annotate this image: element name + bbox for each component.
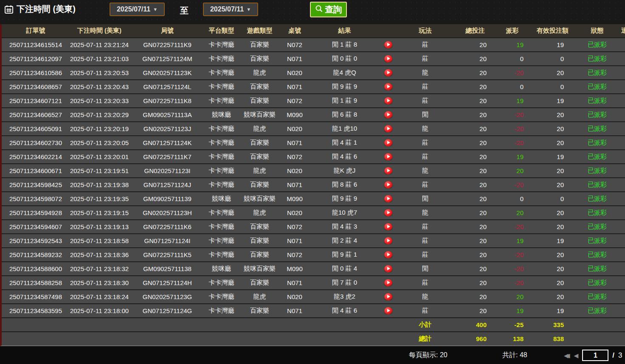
table-row: 2507112346086572025-07-11 23:20:43GN0712… [2, 79, 625, 93]
play-video-button[interactable] [382, 181, 394, 188]
column-header-result: 結果 [307, 27, 382, 35]
date-from-select[interactable]: 2025/07/11 ▼ [110, 3, 165, 16]
play-video-button[interactable] [382, 279, 394, 286]
cell-platform: 競咪廳 [206, 265, 237, 273]
cell-play: 莊 [394, 279, 456, 287]
cell-round: GM0902571113A [129, 111, 206, 118]
cell-platform: 卡卡灣廳 [206, 307, 237, 315]
page-number-input[interactable] [582, 350, 608, 361]
play-video-button[interactable] [382, 167, 394, 174]
play-video-button[interactable] [382, 55, 394, 62]
play-video-button[interactable] [382, 293, 394, 300]
play-video-button[interactable] [382, 97, 394, 104]
cell-table_no: N071 [282, 83, 307, 90]
play-video-button[interactable] [382, 223, 394, 230]
cell-payout: -20 [494, 223, 530, 230]
cell-result: 龍K 虎J [307, 167, 382, 175]
cell-round: GN072257111K8 [129, 97, 206, 104]
cell-time: 2025-07-11 23:19:51 [70, 167, 129, 174]
cell-round: GN0712571124M [129, 55, 206, 62]
cell-round: GN0202571123K [129, 69, 206, 76]
cell-table_no: M090 [282, 195, 307, 202]
table-row: 2507112345949282025-07-11 23:19:15GN0202… [2, 205, 625, 219]
cell-game: 百家樂 [237, 55, 282, 63]
play-video-button[interactable] [382, 125, 394, 132]
cell-play: 閒 [394, 111, 456, 119]
cell-platform: 卡卡灣廳 [206, 153, 237, 161]
cell-order: 250711234588258 [2, 279, 70, 286]
cell-time: 2025-07-11 23:20:19 [70, 125, 129, 132]
cell-order: 250711234605091 [2, 125, 70, 132]
play-icon [384, 69, 392, 76]
cell-bet: 20 [456, 125, 494, 132]
play-video-button[interactable] [382, 237, 394, 244]
date-to-select[interactable]: 2025/07/11 ▼ [203, 3, 258, 16]
cell-round: GN0202571123G [129, 293, 206, 300]
cell-round: GN0712571124H [129, 279, 206, 286]
status-badge: 已派彩 [575, 195, 619, 203]
search-button[interactable]: 查詢 [310, 2, 347, 17]
cell-time: 2025-07-11 23:21:03 [70, 55, 129, 62]
search-button-label: 查詢 [325, 4, 342, 15]
play-video-button[interactable] [382, 195, 394, 202]
cell-time: 2025-07-11 23:21:24 [70, 41, 129, 48]
cell-table_no: N071 [282, 237, 307, 244]
play-video-button[interactable] [382, 69, 394, 76]
cell-bet: 20 [456, 279, 494, 286]
cell-table_no: M090 [282, 111, 307, 118]
cell-time: 2025-07-11 23:19:38 [70, 181, 129, 188]
cell-bet: 20 [456, 307, 494, 314]
cell-table_no: N020 [282, 69, 307, 76]
cell-round: GN0712571124L [129, 83, 206, 90]
status-badge: 已派彩 [575, 251, 619, 259]
play-video-button[interactable] [382, 111, 394, 118]
cell-valid: 20 [530, 69, 575, 76]
cell-order: 250711234610586 [2, 69, 70, 76]
play-icon [384, 167, 392, 174]
cell-payout: 20 [494, 293, 530, 300]
cell-game: 龍虎 [237, 293, 282, 301]
cell-bet: 20 [456, 167, 494, 174]
play-video-button[interactable] [382, 41, 394, 48]
prev-page-icon[interactable]: ◀ [574, 352, 579, 359]
cell-payout: -20 [494, 139, 530, 146]
cell-game: 百家樂 [237, 97, 282, 105]
cell-play: 莊 [394, 139, 456, 147]
cell-valid: 20 [530, 167, 575, 174]
play-video-button[interactable] [382, 139, 394, 146]
cell-platform: 卡卡灣廳 [206, 279, 237, 287]
status-badge: 已派彩 [575, 265, 619, 273]
cell-valid: 19 [530, 237, 575, 244]
table-row: 2507112346027302025-07-11 23:20:05GN0712… [2, 135, 625, 149]
table-row: 2507112345984252025-07-11 23:19:38GN0712… [2, 177, 625, 191]
play-video-button[interactable] [382, 83, 394, 90]
play-video-button[interactable] [382, 265, 394, 272]
pagination-bar: 每頁顯示: 20 共計: 48 ◀◀ ◀ / 3 [0, 346, 625, 364]
cell-result: 閒 8 莊 6 [307, 181, 382, 189]
play-video-button[interactable] [382, 153, 394, 160]
table-row: 2507112346022142025-07-11 23:20:01GN0722… [2, 149, 625, 163]
play-video-button[interactable] [382, 307, 394, 314]
table-row: 2507112345980722025-07-11 23:19:35GM0902… [2, 191, 625, 205]
total-row: 總計960138838 [2, 331, 625, 345]
play-video-button[interactable] [382, 209, 394, 216]
cell-payout: 19 [494, 97, 530, 104]
magnifier-icon [315, 5, 323, 15]
cell-payout: 0 [494, 83, 530, 90]
play-icon [384, 195, 392, 202]
cell-round: GN0712571124I [129, 237, 206, 244]
cell-result: 閒 9 莊 9 [307, 83, 382, 91]
cell-bet: 20 [456, 153, 494, 160]
play-icon [384, 111, 392, 118]
cell-result: 閒 4 莊 6 [307, 153, 382, 161]
play-video-button[interactable] [382, 251, 394, 258]
cell-table_no: N020 [282, 209, 307, 216]
cell-table_no: M090 [282, 265, 307, 272]
first-page-icon[interactable]: ◀◀ [564, 352, 570, 359]
cell-payout: 19 [494, 237, 530, 244]
cell-play: 龍 [394, 209, 456, 217]
column-header-game: 遊戲類型 [237, 27, 282, 35]
cell-game: 競咪百家樂 [237, 195, 282, 203]
status-badge: 已派彩 [575, 97, 619, 105]
cell-table_no: N020 [282, 293, 307, 300]
